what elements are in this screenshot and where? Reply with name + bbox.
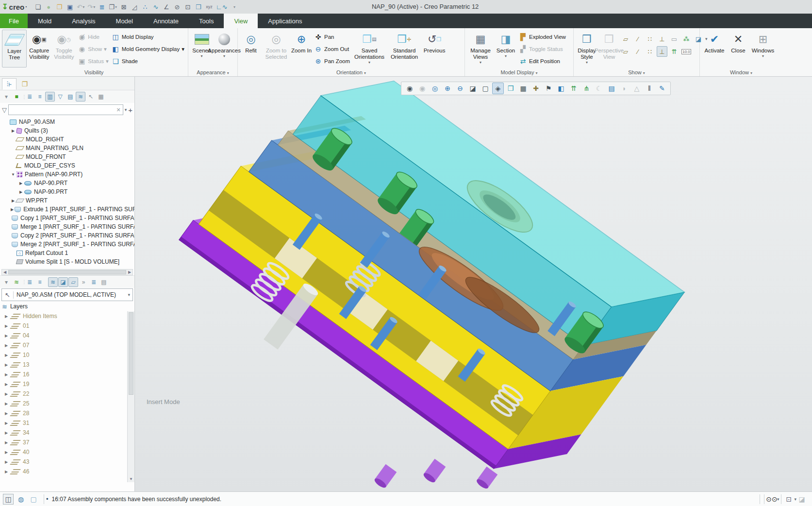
zoom-out-icon[interactable]: ⊖	[454, 83, 466, 94]
scroll-right-arrow[interactable]: ▶	[127, 270, 133, 274]
dimension-tag-display-icon[interactable]: 10.0	[681, 46, 692, 57]
refit-button[interactable]: ◎ Refit	[240, 30, 262, 67]
spin-center-display-icon[interactable]: ⇈	[669, 46, 679, 57]
layer-info-icon[interactable]: ≣	[89, 277, 99, 287]
layer-row-46[interactable]: ▶46	[0, 467, 134, 476]
layer-row-hidden-items[interactable]: ▶Hidden Items	[0, 311, 134, 321]
tree-settings-icon[interactable]: ▦	[96, 92, 106, 101]
saved-orientations-button[interactable]: ❒▤ Saved Orientations▾	[351, 30, 387, 67]
tree-row-extrude-1[interactable]: ▶Extrude 1 [PART_SURF_1 - PARTING SURFA	[0, 205, 134, 214]
tree-columns-icon[interactable]: ▤	[66, 92, 75, 101]
open-icon[interactable]: ❐	[54, 1, 64, 12]
datum-display-filters-icon[interactable]: ✚	[530, 83, 542, 94]
annotation-display-icon[interactable]: ⚑	[543, 83, 554, 94]
saved-orientations-icon[interactable]: ◈	[492, 83, 504, 94]
tree-horizontal-scrollbar[interactable]: ◀ ▶	[1, 269, 133, 275]
layer-vertical-scrollbar[interactable]: ▼	[127, 311, 134, 482]
mold-display-icon[interactable]: ▤	[606, 83, 617, 94]
tree-row-mold-right[interactable]: MOLD_RIGHT	[0, 135, 134, 144]
clear-search-icon[interactable]: ✕	[116, 107, 120, 113]
layer-row-43[interactable]: ▶43	[0, 457, 134, 467]
cone-warning-icon[interactable]: △	[631, 83, 643, 94]
scroll-down-arrow[interactable]: ▼	[128, 477, 134, 481]
tab-model[interactable]: Model	[106, 14, 143, 28]
standard-orientation-button[interactable]: ❒✛ Standard Orientation	[387, 30, 421, 67]
tree-row-mold-def-csys[interactable]: MOLD_DEF_CSYS	[0, 161, 134, 170]
tree-filter-icon[interactable]: ▽	[55, 92, 65, 101]
graph-tool-icon[interactable]: ∟∿	[215, 1, 229, 12]
folder-browser-tab[interactable]: ❐	[17, 78, 32, 90]
layer-row-25[interactable]: ▶25	[0, 399, 134, 408]
blank-page-icon[interactable]: ▢	[28, 494, 39, 505]
transform-xyz-icon[interactable]: xyz	[204, 1, 214, 12]
sketch-edit-icon[interactable]: ✎	[656, 83, 668, 94]
tab-analysis[interactable]: Analysis	[62, 14, 105, 28]
diameter-tool-icon[interactable]: ⊘	[172, 1, 182, 12]
select-visible-icon[interactable]: ◪	[796, 494, 807, 505]
model-player-icon[interactable]: ≣	[97, 1, 107, 12]
layer-tree-button[interactable]: Layer Tree	[2, 30, 27, 67]
bounding-box-icon[interactable]: ⊡	[183, 1, 193, 12]
tree-row-assembly[interactable]: NAP_90.ASM	[0, 118, 134, 126]
zoom-in-icon[interactable]: ⊕	[442, 83, 453, 94]
csys-display-icon[interactable]: ⊥	[657, 34, 667, 44]
graphics-viewport[interactable]: ◉ ◉ ◎ ⊕ ⊖ ◪ ▢ ◈ ❒ ▦ ✚ ⚑ ◧ ⇈ ⋔ ☾ ▤ ◗ △ ‖	[135, 77, 812, 491]
mold-assembly-3d-model[interactable]	[135, 77, 812, 491]
curve-tool-icon[interactable]: ∿	[151, 1, 161, 12]
close-window-icon[interactable]: ⊠	[119, 1, 129, 12]
layer-row-04[interactable]: ▶04	[0, 331, 134, 340]
search-dropdown[interactable]: ▾	[777, 497, 779, 502]
layer-row-31[interactable]: ▶31	[0, 418, 134, 428]
layer-options-dropdown[interactable]: ▾	[1, 277, 11, 287]
tree-row-wp-prt[interactable]: ▶WP.PRT	[0, 196, 134, 205]
model-tree-tab[interactable]: ⫶⊦	[2, 78, 17, 90]
scrollbar-thumb[interactable]	[129, 312, 133, 395]
edit-position-button[interactable]: ⇄Edit Position	[517, 56, 567, 67]
layer-row-34[interactable]: ▶34	[0, 428, 134, 438]
layer-settings-icon[interactable]: ▤	[99, 277, 109, 287]
toggle-visibility-button[interactable]: ◉◷ Toggle Visibility	[51, 30, 76, 67]
tab-tools[interactable]: Tools	[189, 14, 224, 28]
tree-row-mold-front[interactable]: MOLD_FRONT	[0, 152, 134, 161]
shade-button[interactable]: ❑Shade	[110, 56, 186, 67]
bounding-box-icon[interactable]: ▢	[480, 83, 491, 94]
tree-row-volume-split-2[interactable]: Volume Split id 11549 [A - MOLD VOLUMI	[0, 266, 134, 268]
moon-icon[interactable]: ◗	[618, 83, 630, 94]
standard-orientation-icon[interactable]: ❒	[505, 83, 516, 94]
layer-expand-icon[interactable]: ≣	[25, 277, 34, 287]
selection-filter-icon[interactable]: ⊡	[783, 494, 794, 505]
tab-annotate[interactable]: Annotate	[143, 14, 189, 28]
tree-row-main-parting-pln[interactable]: MAIN_PARTING_PLN	[0, 144, 134, 152]
layer-row-37[interactable]: ▶37	[0, 438, 134, 447]
tree-search-input[interactable]	[11, 106, 116, 113]
close-button[interactable]: ✕ Close	[727, 30, 749, 67]
distance-icon[interactable]: ∴	[140, 1, 150, 12]
tab-file[interactable]: File	[0, 14, 28, 28]
layer-row-22[interactable]: ▶22	[0, 389, 134, 399]
zoom-in-button[interactable]: ⊕ Zoom In	[290, 30, 313, 67]
plane-display-icon[interactable]: ▱	[620, 34, 631, 44]
point-tag-display-icon[interactable]: ∷	[645, 46, 655, 57]
zoom-out-button[interactable]: ⊖Zoom Out	[313, 44, 351, 54]
hide-button[interactable]: ◉̸Hide	[76, 32, 110, 42]
tree-row-copy-2[interactable]: Copy 2 [PART_SURF_1 - PARTING SURFACE	[0, 231, 134, 240]
point-display-icon[interactable]: ∷	[645, 34, 655, 44]
csys-tag-display-icon[interactable]: ⊥	[657, 46, 667, 57]
activate-button[interactable]: ✔ Activate	[702, 30, 727, 67]
layer-row-01[interactable]: ▶01	[0, 321, 134, 331]
shade-icon[interactable]: ◧	[555, 83, 567, 94]
tree-row-nap90-2[interactable]: ▶NAP-90.PRT	[0, 187, 134, 196]
show-button[interactable]: ◉Show▾	[76, 44, 110, 54]
tree-row-merge-1[interactable]: Merge 1 [PART_SURF_1 - PARTING SURFAC	[0, 222, 134, 231]
web-browser-icon[interactable]: ◍	[16, 494, 26, 505]
previous-button[interactable]: ↺❒ Previous	[421, 30, 447, 67]
layer-collapse-icon[interactable]: ≡	[35, 277, 45, 287]
exploded-view-icon[interactable]: ⇈	[568, 83, 580, 94]
layer-row-19[interactable]: ▶19	[0, 379, 134, 389]
annotation-display-icon[interactable]: ▭	[669, 34, 679, 44]
regenerate-icon[interactable]: ●	[44, 1, 53, 12]
toggle-visibility-icon[interactable]: ◉	[416, 83, 428, 94]
layer-row-40[interactable]: ▶40	[0, 447, 134, 457]
tab-applications[interactable]: Applications	[258, 14, 312, 28]
expand-all-icon[interactable]: ≣	[25, 92, 34, 101]
